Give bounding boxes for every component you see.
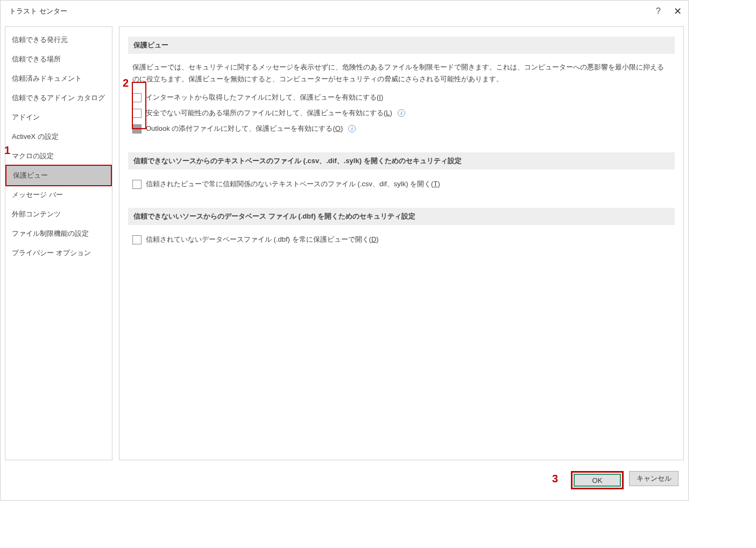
- checkbox-unsafe-locations[interactable]: [132, 109, 142, 118]
- checkbox-label-db-files: 信頼されていないデータベースファイル (.dbf) を常に保護ビューで開く(D): [146, 235, 379, 244]
- sidebar-item-activex[interactable]: ActiveX の設定: [5, 127, 112, 146]
- sidebar-item-message-bar[interactable]: メッセージ バー: [5, 185, 112, 205]
- checkbox-label-text-files: 信頼されたビューで常に信頼関係のないテキストベースのファイル (.csv、dif…: [146, 179, 440, 189]
- sidebar-item-trusted-documents[interactable]: 信頼済みドキュメント: [5, 69, 112, 88]
- checkbox-label-outlook-attachments: Outlook の添付ファイルに対して、保護ビューを有効にする(O): [146, 124, 343, 134]
- section-header-db-files: 信頼できないいソースからのデータベース ファイル (.dbf) を開くためのセキ…: [128, 208, 675, 225]
- section-desc-protected-view: 保護ビューでは、セキュリティに関するメッセージを表示せずに、危険性のあるファイル…: [132, 61, 670, 85]
- sidebar-item-addins[interactable]: アドイン: [5, 108, 112, 127]
- sidebar-item-trusted-publishers[interactable]: 信頼できる発行元: [5, 30, 112, 50]
- checkbox-db-files[interactable]: [132, 235, 142, 244]
- sidebar-item-external-content[interactable]: 外部コンテンツ: [5, 205, 112, 224]
- info-icon[interactable]: i: [398, 109, 405, 117]
- annotation-1: 1: [4, 144, 10, 157]
- help-icon[interactable]: ?: [656, 6, 661, 16]
- sidebar-item-trusted-locations[interactable]: 信頼できる場所: [5, 50, 112, 69]
- checkbox-label-internet-files: インターネットから取得したファイルに対して、保護ビューを有効にする(I): [146, 93, 383, 102]
- ok-button-highlight-box: OK: [571, 471, 624, 489]
- window-title: トラスト センター: [7, 6, 67, 16]
- sidebar-item-file-block[interactable]: ファイル制限機能の設定: [5, 224, 112, 243]
- sidebar-item-protected-view[interactable]: 保護ビュー: [5, 165, 112, 186]
- section-header-protected-view: 保護ビュー: [128, 37, 675, 54]
- annotation-2: 2: [123, 77, 129, 89]
- sidebar: 信頼できる発行元 信頼できる場所 信頼済みドキュメント 信頼できるアドイン カタ…: [5, 26, 112, 460]
- section-header-text-files: 信頼できないソースからのテキストベースのファイル (.csv、.dif、.syl…: [128, 152, 675, 170]
- checkbox-outlook-attachments[interactable]: [132, 124, 142, 134]
- cancel-button[interactable]: キャンセル: [629, 471, 679, 486]
- sidebar-item-macro[interactable]: マクロの設定: [5, 146, 112, 166]
- annotation-3: 3: [552, 473, 558, 485]
- close-icon[interactable]: ✕: [674, 5, 682, 17]
- info-icon[interactable]: i: [348, 125, 356, 132]
- checkbox-label-unsafe-locations: 安全でない可能性のある場所のファイルに対して、保護ビューを有効にする(L): [146, 108, 392, 118]
- button-bar: OK キャンセル: [1, 465, 688, 500]
- main-panel: 保護ビュー 保護ビューでは、セキュリティに関するメッセージを表示せずに、危険性の…: [119, 26, 684, 460]
- sidebar-item-trusted-addins[interactable]: 信頼できるアドイン カタログ: [5, 88, 112, 108]
- titlebar: トラスト センター ? ✕: [1, 1, 688, 22]
- checkbox-internet-files[interactable]: [132, 93, 142, 102]
- ok-button[interactable]: OK: [574, 474, 621, 487]
- checkbox-text-files[interactable]: [132, 180, 142, 189]
- sidebar-item-privacy[interactable]: プライバシー オプション: [5, 243, 112, 263]
